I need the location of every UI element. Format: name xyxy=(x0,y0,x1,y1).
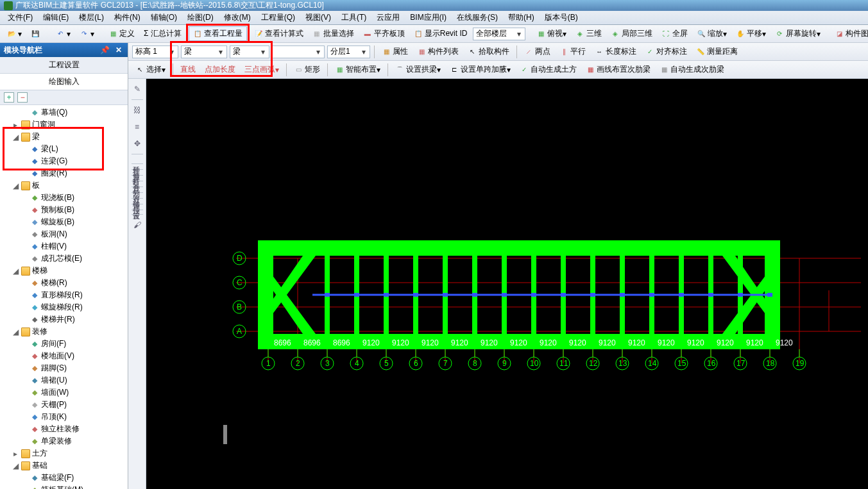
nav-expand-button[interactable]: + xyxy=(4,92,14,103)
move-icon[interactable]: ✥ xyxy=(131,137,144,150)
smart-arrange-button[interactable]: ▦智能布置▾ xyxy=(330,62,385,77)
side-tool[interactable]: 拉伸 xyxy=(132,199,141,204)
line-tool-button[interactable]: 直线 xyxy=(176,62,200,77)
tree-leaf[interactable]: ◆踢脚(S) xyxy=(0,362,128,374)
menu-item[interactable]: 辅轴(O) xyxy=(146,11,182,24)
eyedropper-icon[interactable]: ✎ xyxy=(131,83,144,95)
tree-leaf[interactable]: ◆成孔芯模(E) xyxy=(0,253,128,265)
side-tool[interactable]: 修剪 xyxy=(132,164,141,169)
tree-leaf[interactable]: ◆房间(F) xyxy=(0,338,128,350)
type-select[interactable]: ▾ xyxy=(230,46,269,58)
set-span-button[interactable]: ⊏设置单跨加腋▾ xyxy=(445,62,515,77)
component-display-button[interactable]: ◪构件图元显... xyxy=(830,26,868,41)
tree-leaf[interactable]: ◆墙面(W) xyxy=(0,386,128,399)
ruler-icon[interactable]: ≡ xyxy=(131,120,144,133)
tree-folder[interactable]: ◢板 xyxy=(0,179,128,192)
sum-calc-button[interactable]: Σ 汇总计算 xyxy=(139,26,186,41)
side-tool[interactable]: 对齐 xyxy=(132,187,141,192)
pick-component-button[interactable]: ↖拾取构件 xyxy=(463,44,514,59)
layer-select[interactable]: ▾ xyxy=(327,46,370,58)
menu-item[interactable]: 工具(T) xyxy=(336,11,371,24)
length-dim-button[interactable]: ↔长度标注 xyxy=(590,44,641,59)
save-button[interactable]: 💾 xyxy=(26,28,46,40)
tree-leaf[interactable]: ◆螺旋板(B) xyxy=(0,216,128,228)
menu-item[interactable]: 在线服务(S) xyxy=(452,11,503,24)
view-formula-button[interactable]: 📝查看计算式 xyxy=(250,26,308,41)
drawing-canvas[interactable]: DCBA123456789101112131415161718198696869… xyxy=(146,79,868,489)
component-select[interactable]: ▾ xyxy=(272,46,325,58)
show-revit-id-button[interactable]: 📋显示Revit ID xyxy=(409,26,472,41)
component-list-button[interactable]: ▦构件列表 xyxy=(413,44,463,59)
tree-leaf[interactable]: ◆单梁装修 xyxy=(0,435,128,447)
align-top-button[interactable]: ▬平齐板顶 xyxy=(359,26,409,41)
tree-leaf[interactable]: ◆吊顶(K) xyxy=(0,411,128,423)
auto-rib-button[interactable]: ▦自动生成次肋梁 xyxy=(655,62,729,77)
tree-leaf[interactable]: ◆梁(L) xyxy=(0,143,128,155)
rect-tool-button[interactable]: ▭矩形 xyxy=(289,62,325,77)
tree-leaf[interactable]: ◆独立柱装修 xyxy=(0,423,128,435)
attributes-button[interactable]: ▦属性 xyxy=(377,44,413,59)
category-select[interactable]: ▾ xyxy=(181,46,227,58)
tree-folder[interactable]: ▸门窗洞 xyxy=(0,119,128,131)
tree-leaf[interactable]: ◆幕墙(Q) xyxy=(0,106,128,119)
nav-pin-icon[interactable]: 📌 xyxy=(98,46,112,54)
menu-item[interactable]: 文件(F) xyxy=(3,11,38,24)
undo-button[interactable]: ↶▾ xyxy=(51,28,75,40)
menu-item[interactable]: 编辑(E) xyxy=(38,11,74,24)
tree-leaf[interactable]: ◆螺旋梯段(R) xyxy=(0,301,128,313)
menu-item[interactable]: 工程量(Q) xyxy=(256,11,300,24)
link-icon[interactable]: ⛓ xyxy=(131,104,144,117)
menu-item[interactable]: 修改(M) xyxy=(219,11,256,24)
tree-leaf[interactable]: ◆楼地面(V) xyxy=(0,350,128,362)
zoom-button[interactable]: 🔍缩放▾ xyxy=(692,26,731,41)
menu-item[interactable]: 构件(N) xyxy=(109,11,146,24)
menu-item[interactable]: 云应用 xyxy=(371,11,405,24)
define-button[interactable]: ▦定义 xyxy=(104,26,139,41)
nav-tab-settings[interactable]: 工程设置 xyxy=(0,57,128,74)
tree-folder[interactable]: ◢梁 xyxy=(0,131,128,143)
tree-leaf[interactable]: ◆圈梁(R) xyxy=(0,167,128,179)
view-quantity-button[interactable]: 📋查看工程量 xyxy=(189,26,247,41)
tree-leaf[interactable]: ◆楼梯(R) xyxy=(0,277,128,289)
floor-select[interactable]: ▾ xyxy=(473,28,525,40)
draw-rib-button[interactable]: ▦画线布置次肋梁 xyxy=(581,62,655,77)
side-tool[interactable]: 分割 xyxy=(132,181,141,186)
side-tool[interactable]: 偏移 xyxy=(132,193,141,198)
level-select[interactable]: ▾ xyxy=(132,46,178,58)
menu-item[interactable]: 视图(V) xyxy=(300,11,336,24)
tree-leaf[interactable]: ◆现浇板(B) xyxy=(0,192,128,204)
ortho-view-button[interactable]: ▦俯视▾ xyxy=(532,26,571,41)
tree-leaf[interactable]: ◆墙裙(U) xyxy=(0,374,128,386)
point-length-button[interactable]: 点加长度 xyxy=(200,62,240,77)
screen-rotate-button[interactable]: ⟳屏幕旋转▾ xyxy=(770,26,825,41)
brush-icon[interactable]: 🖌 xyxy=(131,219,144,231)
batch-select-button[interactable]: ▦批量选择 xyxy=(308,26,359,41)
open-button[interactable]: 📂▾ xyxy=(3,28,26,40)
tree-leaf[interactable]: ◆天棚(P) xyxy=(0,399,128,411)
menu-item[interactable]: 帮助(H) xyxy=(503,11,540,24)
tree-leaf[interactable]: ◆连梁(G) xyxy=(0,155,128,167)
measure-button[interactable]: 📏测量距离 xyxy=(692,44,742,59)
side-tool[interactable]: 合并 xyxy=(132,176,141,181)
nav-tab-drawing[interactable]: 绘图输入 xyxy=(0,74,128,90)
auto-earth-button[interactable]: ✓自动生成土方 xyxy=(515,62,581,77)
arc-tool-button[interactable]: 三点画弧▾ xyxy=(240,62,284,77)
tree-leaf[interactable]: ◆板洞(N) xyxy=(0,228,128,240)
tree-leaf[interactable]: ◆楼梯井(R) xyxy=(0,313,128,326)
tree-folder[interactable]: ▸土方 xyxy=(0,447,128,460)
menu-item[interactable]: 绘图(D) xyxy=(182,11,219,24)
local-3d-button[interactable]: ◈局部三维 xyxy=(606,26,657,41)
menu-item[interactable]: 版本号(B) xyxy=(540,11,583,24)
menu-item[interactable]: 楼层(L) xyxy=(74,11,109,24)
tree-folder[interactable]: ◢楼梯 xyxy=(0,265,128,277)
tree-folder[interactable]: ◢基础 xyxy=(0,460,128,472)
select-tool-button[interactable]: ↖选择▾ xyxy=(131,62,170,77)
tree-leaf[interactable]: ◆直形梯段(R) xyxy=(0,289,128,301)
tree-leaf[interactable]: ◆筏板基础(M) xyxy=(0,484,128,489)
nav-collapse-button[interactable]: − xyxy=(17,92,28,103)
tree-leaf[interactable]: ◆基础梁(F) xyxy=(0,472,128,484)
set-arch-button[interactable]: ⌒设置拱梁▾ xyxy=(391,62,445,77)
nav-close-icon[interactable]: ✕ xyxy=(114,46,124,54)
align-dim-button[interactable]: ✓对齐标注 xyxy=(641,44,692,59)
side-tool[interactable]: 延伸 xyxy=(132,158,141,163)
